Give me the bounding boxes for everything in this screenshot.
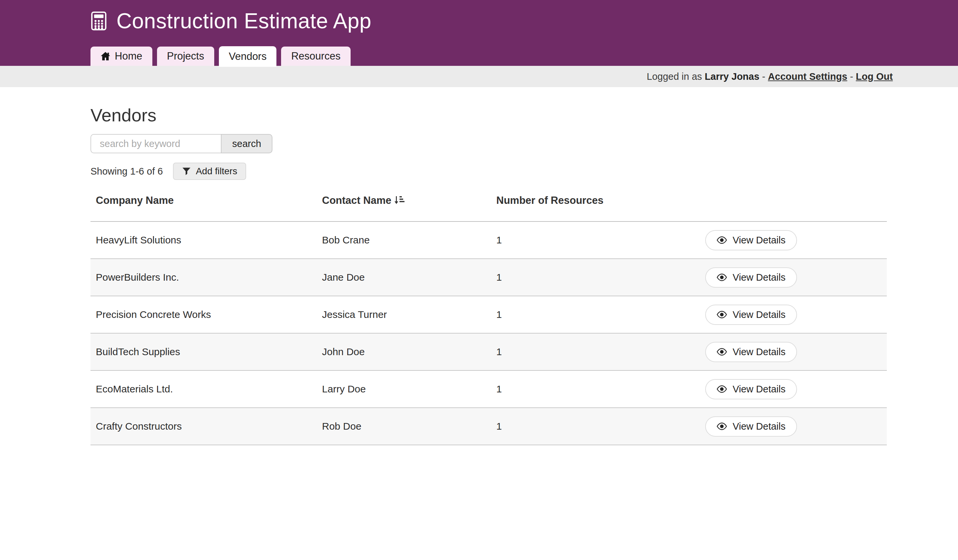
table-header-row: Company Name Contact Name [90, 186, 887, 221]
contact-cell: Bob Crane [317, 221, 491, 259]
resources-cell: 1 [491, 221, 617, 259]
resources-cell: 1 [491, 370, 617, 408]
table-row: EcoMaterials Ltd. Larry Doe 1 View Detai… [90, 370, 887, 408]
search-button[interactable]: search [221, 134, 273, 153]
table-row: HeavyLift Solutions Bob Crane 1 View Det… [90, 221, 887, 259]
results-count: Showing 1-6 of 6 [90, 166, 163, 177]
eye-icon [717, 236, 727, 244]
action-cell: View Details [617, 408, 887, 445]
app-header: Construction Estimate App Home Projects … [0, 0, 958, 66]
contact-cell: Jessica Turner [317, 296, 491, 333]
resources-cell: 1 [491, 333, 617, 370]
tab-label: Home [115, 50, 142, 62]
column-header-contact-label: Contact Name [322, 195, 391, 206]
column-header-actions [617, 186, 887, 221]
action-cell: View Details [617, 259, 887, 296]
showing-row: Showing 1-6 of 6 Add filters [90, 163, 958, 180]
app-title: Construction Estimate App [116, 9, 371, 33]
home-icon [100, 52, 110, 61]
view-details-button[interactable]: View Details [705, 379, 797, 399]
column-header-company: Company Name [90, 186, 317, 221]
column-header-contact[interactable]: Contact Name [317, 186, 491, 221]
view-details-label: View Details [733, 421, 785, 432]
view-details-button[interactable]: View Details [705, 416, 797, 437]
log-out-link[interactable]: Log Out [856, 71, 893, 82]
resources-cell: 1 [491, 259, 617, 296]
eye-icon [717, 311, 727, 319]
view-details-button[interactable]: View Details [705, 342, 797, 362]
vendor-table-body: HeavyLift Solutions Bob Crane 1 View Det… [90, 221, 887, 445]
view-details-label: View Details [733, 384, 785, 395]
eye-icon [717, 422, 727, 430]
action-cell: View Details [617, 333, 887, 370]
table-row: Precision Concrete Works Jessica Turner … [90, 296, 887, 333]
action-cell: View Details [617, 370, 887, 408]
separator: - [760, 71, 768, 82]
view-details-button[interactable]: View Details [705, 267, 797, 288]
tab-label: Projects [167, 50, 204, 62]
search-input[interactable] [90, 134, 222, 153]
company-cell: PowerBuilders Inc. [90, 259, 317, 296]
action-cell: View Details [617, 296, 887, 333]
tab-label: Resources [291, 50, 340, 62]
separator: - [847, 71, 856, 82]
calculator-icon [90, 11, 107, 31]
view-details-button[interactable]: View Details [705, 305, 797, 325]
company-cell: HeavyLift Solutions [90, 221, 317, 259]
company-cell: Precision Concrete Works [90, 296, 317, 333]
company-cell: Crafty Constructors [90, 408, 317, 445]
tab-resources[interactable]: Resources [281, 47, 350, 66]
table-row: Crafty Constructors Rob Doe 1 View Detai… [90, 408, 887, 445]
account-bar: Logged in as Larry Jonas - Account Setti… [0, 66, 958, 87]
page-title: Vendors [90, 105, 958, 125]
view-details-button[interactable]: View Details [705, 230, 797, 250]
action-cell: View Details [617, 221, 887, 259]
eye-icon [717, 385, 727, 393]
sort-descending-icon[interactable] [394, 195, 406, 205]
main-content: Vendors search Showing 1-6 of 6 Add filt… [0, 105, 958, 445]
table-row: PowerBuilders Inc. Jane Doe 1 View Detai… [90, 259, 887, 296]
table-row: BuildTech Supplies John Doe 1 View Detai… [90, 333, 887, 370]
company-cell: EcoMaterials Ltd. [90, 370, 317, 408]
view-details-label: View Details [733, 309, 785, 320]
eye-icon [717, 273, 727, 282]
search-group: search [90, 134, 958, 153]
add-filters-label: Add filters [196, 166, 238, 177]
company-cell: BuildTech Supplies [90, 333, 317, 370]
resources-cell: 1 [491, 296, 617, 333]
tab-projects[interactable]: Projects [157, 47, 214, 66]
eye-icon [717, 348, 727, 356]
contact-cell: Jane Doe [317, 259, 491, 296]
contact-cell: Rob Doe [317, 408, 491, 445]
contact-cell: Larry Doe [317, 370, 491, 408]
add-filters-button[interactable]: Add filters [173, 163, 246, 180]
resources-cell: 1 [491, 408, 617, 445]
view-details-label: View Details [733, 346, 785, 358]
logged-in-text: Logged in as [647, 71, 704, 82]
account-settings-link[interactable]: Account Settings [768, 71, 847, 82]
contact-cell: John Doe [317, 333, 491, 370]
tab-vendors[interactable]: Vendors [219, 46, 277, 67]
tab-label: Vendors [229, 51, 267, 63]
user-name: Larry Jonas [704, 71, 759, 82]
brand-row: Construction Estimate App [0, 0, 958, 33]
tabs-row: Home Projects Vendors Resources [0, 46, 958, 66]
view-details-label: View Details [733, 235, 785, 246]
vendors-table: Company Name Contact Name [90, 186, 887, 445]
view-details-label: View Details [733, 272, 785, 283]
column-header-resources: Number of Resources [491, 186, 617, 221]
filter-icon [182, 167, 191, 176]
tab-home[interactable]: Home [90, 47, 152, 66]
